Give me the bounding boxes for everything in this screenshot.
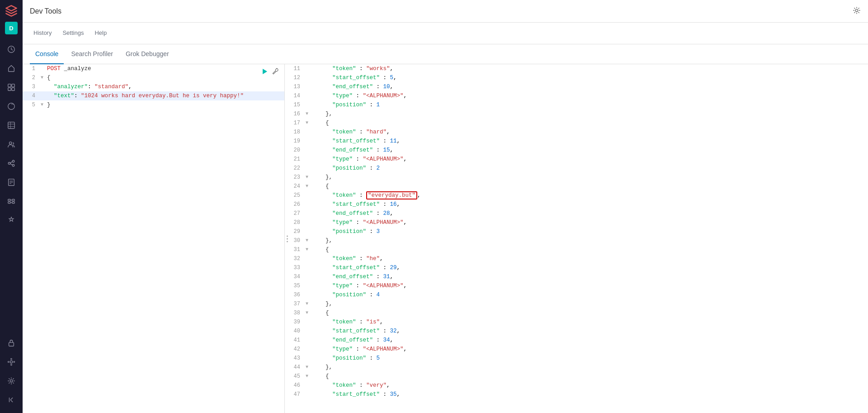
output-pane[interactable]: 11 "token" : "works", 12 "start_offset" … xyxy=(285,64,868,413)
app-title: Dev Tools xyxy=(30,7,61,15)
svg-rect-6 xyxy=(8,122,14,128)
output-line-31: 31 ▼ { xyxy=(285,245,868,254)
svg-point-12 xyxy=(12,160,14,162)
output-line-25: 25 "token" : "everyday.but", xyxy=(285,191,868,200)
code-line-2: 2 ▼ { xyxy=(23,73,284,82)
output-line-23: 23 ▼ }, xyxy=(285,173,868,182)
output-line-28: 28 "type" : "<ALPHANUM>", xyxy=(285,218,868,227)
output-line-30: 30 ▼ }, xyxy=(285,236,868,245)
lock-icon[interactable] xyxy=(2,334,20,352)
svg-point-29 xyxy=(11,364,12,366)
output-line-21: 21 "type" : "<ALPHANUM>", xyxy=(285,155,868,164)
output-line-42: 42 "type" : "<ALPHANUM>", xyxy=(285,345,868,354)
output-line-24: 24 ▼ { xyxy=(285,182,868,191)
app-logo[interactable] xyxy=(4,4,19,18)
code-editor[interactable]: 1 POST _analyze 2 ▼ { 3 "analyzer": "sta… xyxy=(23,64,284,413)
analytics-icon[interactable] xyxy=(2,97,20,115)
users-icon[interactable] xyxy=(2,135,20,153)
output-line-27: 27 "end_offset" : 28, xyxy=(285,209,868,218)
svg-rect-1 xyxy=(8,84,11,87)
svg-point-31 xyxy=(14,361,15,363)
svg-rect-26 xyxy=(9,342,14,346)
output-line-45: 45 ▼ { xyxy=(285,372,868,381)
tab-search-profiler[interactable]: Search Profiler xyxy=(66,44,118,64)
output-line-47: 47 "start_offset" : 35, xyxy=(285,390,868,399)
code-line-4: 4 "text": "1024 works hard everyday.But … xyxy=(23,91,284,100)
svg-line-15 xyxy=(10,164,13,165)
run-button[interactable] xyxy=(259,66,270,77)
tabs-bar: Console Search Profiler Grok Debugger xyxy=(23,44,868,64)
ml-icon[interactable] xyxy=(2,353,20,371)
output-line-43: 43 "position" : 5 xyxy=(285,354,868,363)
code-line-5: 5 ▼ } xyxy=(23,100,284,109)
output-line-38: 38 ▼ { xyxy=(285,309,868,318)
dashboard-icon[interactable] xyxy=(2,78,20,96)
recent-icon[interactable] xyxy=(2,40,20,58)
highlighted-token: "everyday.but" xyxy=(366,191,417,199)
output-line-22: 22 "position" : 2 xyxy=(285,164,868,173)
pipeline-icon[interactable] xyxy=(2,192,20,210)
output-line-39: 39 "token" : "is", xyxy=(285,318,868,327)
output-line-46: 46 "token" : "very", xyxy=(285,381,868,390)
svg-point-11 xyxy=(8,162,10,165)
output-line-17: 17 ▼ { xyxy=(285,119,868,128)
collapse-icon[interactable] xyxy=(2,391,20,409)
reports-icon[interactable] xyxy=(2,173,20,191)
main-content: Dev Tools History Settings Help Console … xyxy=(23,0,868,413)
output-line-33: 33 "start_offset" : 29, xyxy=(285,263,868,272)
output-line-35: 35 "type" : "<ALPHANUM>", xyxy=(285,281,868,290)
output-line-16: 16 ▼ }, xyxy=(285,109,868,119)
code-line-1: 1 POST _analyze xyxy=(23,64,284,73)
svg-point-34 xyxy=(855,9,858,11)
resize-handle[interactable] xyxy=(287,235,288,242)
svg-rect-22 xyxy=(8,202,10,204)
svg-point-30 xyxy=(8,361,9,363)
svg-point-32 xyxy=(10,380,12,382)
svg-point-10 xyxy=(9,142,12,144)
output-line-29: 29 "position" : 3 xyxy=(285,227,868,236)
svg-point-13 xyxy=(12,164,14,166)
tab-grok-debugger[interactable]: Grok Debugger xyxy=(120,44,175,64)
wrench-button[interactable] xyxy=(270,66,281,77)
user-avatar[interactable]: D xyxy=(5,22,18,34)
svg-rect-4 xyxy=(12,88,14,90)
output-line-32: 32 "token" : "he", xyxy=(285,254,868,263)
data-icon[interactable] xyxy=(2,116,20,134)
home-icon[interactable] xyxy=(2,59,20,77)
output-line-14: 14 "type" : "<ALPHANUM>", xyxy=(285,91,868,100)
output-line-15: 15 "position" : 1 xyxy=(285,100,868,109)
svg-point-27 xyxy=(10,361,12,363)
svg-point-28 xyxy=(11,358,12,360)
nav-settings[interactable]: Settings xyxy=(59,23,87,44)
nav-history[interactable]: History xyxy=(30,23,55,44)
output-line-37: 37 ▼ }, xyxy=(285,299,868,309)
output-line-11: 11 "token" : "works", xyxy=(285,64,868,73)
svg-rect-3 xyxy=(8,88,11,90)
output-line-26: 26 "start_offset" : 16, xyxy=(285,200,868,209)
tab-console[interactable]: Console xyxy=(30,44,64,64)
output-line-20: 20 "end_offset" : 15, xyxy=(285,146,868,155)
integrations-icon[interactable] xyxy=(2,154,20,172)
svg-marker-35 xyxy=(263,69,267,74)
topbar-settings-icon[interactable] xyxy=(853,6,861,16)
svg-rect-20 xyxy=(8,199,10,201)
output-line-18: 18 "token" : "hard", xyxy=(285,128,868,137)
code-line-3: 3 "analyzer": "standard", xyxy=(23,82,284,91)
svg-rect-2 xyxy=(12,84,14,87)
sidebar: D xyxy=(0,0,23,413)
output-line-13: 13 "end_offset" : 10, xyxy=(285,82,868,91)
editor-container: 1 POST _analyze 2 ▼ { 3 "analyzer": "sta… xyxy=(23,64,868,413)
editor-pane: 1 POST _analyze 2 ▼ { 3 "analyzer": "sta… xyxy=(23,64,285,413)
output-line-19: 19 "start_offset" : 11, xyxy=(285,137,868,146)
output-line-40: 40 "start_offset" : 32, xyxy=(285,327,868,336)
nav-bar: History Settings Help xyxy=(23,23,868,44)
gear-icon[interactable] xyxy=(2,372,20,390)
output-line-36: 36 "position" : 4 xyxy=(285,290,868,299)
nav-help[interactable]: Help xyxy=(91,23,110,44)
alerts-icon[interactable] xyxy=(2,211,20,229)
svg-rect-23 xyxy=(12,202,14,204)
output-line-34: 34 "end_offset" : 31, xyxy=(285,272,868,281)
svg-line-14 xyxy=(10,161,13,163)
output-line-44: 44 ▼ }, xyxy=(285,363,868,372)
output-line-41: 41 "end_offset" : 34, xyxy=(285,336,868,345)
